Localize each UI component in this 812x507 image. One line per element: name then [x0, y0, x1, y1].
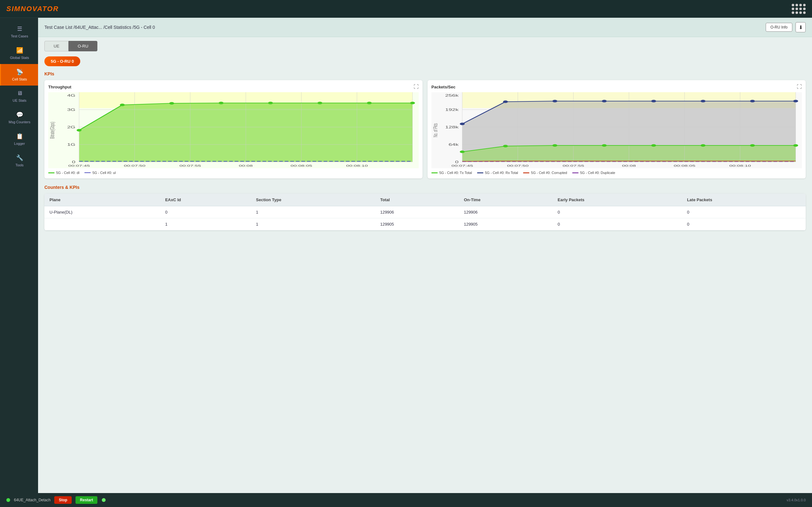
- topbar: SIMNOVATOR: [0, 0, 812, 18]
- legend-dl-label: 5G - Cell #0: dl: [56, 171, 79, 175]
- packets-chart-svg-wrap: 0 64k 128k 192k 256k No. of Pkts 00:07:4…: [432, 92, 802, 168]
- svg-point-59: [553, 144, 558, 147]
- svg-point-61: [651, 144, 656, 147]
- sidebar: ☰ Test Cases 📶 Global Stats 📡 Cell Stats…: [0, 18, 38, 493]
- list-icon: ☰: [17, 25, 22, 32]
- col-eaxc: EAxC Id: [160, 193, 251, 206]
- svg-point-63: [750, 144, 755, 147]
- throughput-expand-icon[interactable]: ⛶: [414, 84, 419, 90]
- sidebar-item-label: UE Stats: [13, 99, 26, 102]
- version-label: v3.4.0v1.0.0: [786, 498, 806, 502]
- svg-text:3G: 3G: [67, 108, 75, 112]
- legend-rx: 5G - Cell #0: Rx Total: [477, 171, 518, 175]
- svg-point-20: [367, 102, 372, 104]
- legend-tx-color: [432, 172, 438, 173]
- cell-total-1: 129905: [375, 218, 459, 230]
- breadcrumb-bar: Test Case List /64UE_Attac... /Cell Stat…: [38, 18, 812, 37]
- svg-point-14: [77, 129, 82, 131]
- counters-table-wrap: Plane EAxC Id Section Type Total On-Time…: [44, 193, 806, 230]
- svg-text:00:07:50: 00:07:50: [507, 164, 528, 167]
- sidebar-item-global-stats[interactable]: 📶 Global Stats: [0, 43, 38, 64]
- legend-duplicate-label: 5G - Cell #0: Duplicate: [580, 171, 615, 175]
- kpis-section-title: KPIs: [44, 71, 806, 76]
- svg-text:00:08: 00:08: [622, 164, 636, 167]
- cell-eaxc-0: 0: [160, 206, 251, 218]
- throughput-chart-card: Throughput ⛶: [44, 80, 422, 178]
- svg-point-21: [410, 102, 415, 104]
- packets-expand-icon[interactable]: ⛶: [797, 84, 802, 90]
- oru-info-button[interactable]: O-RU Info: [766, 23, 792, 32]
- svg-text:192k: 192k: [445, 108, 459, 112]
- svg-point-17: [218, 102, 223, 104]
- svg-text:00:08:05: 00:08:05: [291, 164, 312, 167]
- sidebar-item-logger[interactable]: 📋 Logger: [0, 128, 38, 150]
- svg-text:00:08: 00:08: [239, 164, 253, 167]
- sidebar-item-label: Test Cases: [11, 34, 28, 38]
- cell-early-0: 0: [553, 206, 682, 218]
- restart-button[interactable]: Restart: [75, 496, 97, 504]
- sidebar-item-test-cases[interactable]: ☰ Test Cases: [0, 21, 38, 43]
- cell-eaxc-1: 1: [160, 218, 251, 230]
- logger-icon: 📋: [16, 133, 23, 140]
- oru-selector-button[interactable]: 5G - O-RU 0: [44, 56, 80, 66]
- stop-button[interactable]: Stop: [54, 496, 72, 504]
- cell-plane-0: U-Plane(DL): [44, 206, 160, 218]
- svg-point-57: [460, 151, 465, 153]
- svg-text:64k: 64k: [449, 143, 459, 147]
- svg-point-56: [793, 100, 798, 102]
- status-indicator: [6, 498, 10, 502]
- packets-chart-card: Packets/Sec ⛶: [427, 80, 806, 178]
- svg-text:4G: 4G: [67, 94, 75, 97]
- table-row: U-Plane(DL) 0 1 129906 129906 0 0: [44, 206, 806, 218]
- col-total: Total: [375, 193, 459, 206]
- svg-point-62: [701, 144, 706, 147]
- packets-svg: 0 64k 128k 192k 256k No. of Pkts 00:07:4…: [432, 92, 802, 168]
- legend-rx-color: [477, 172, 484, 173]
- app-logo: SIMNOVATOR: [6, 5, 59, 13]
- packets-chart-title: Packets/Sec: [432, 84, 455, 89]
- sidebar-item-label: Tools: [15, 163, 24, 167]
- sidebar-item-cell-stats[interactable]: 📡 Cell Stats: [0, 64, 38, 86]
- download-button[interactable]: ⬇: [796, 22, 806, 32]
- cell-late-1: 0: [682, 218, 806, 230]
- sidebar-item-tools[interactable]: 🔧 Tools: [0, 150, 38, 171]
- sidebar-item-msg-counters[interactable]: 💬 Msg Counters: [0, 107, 38, 128]
- throughput-legend: 5G - Cell #0: dl 5G - Cell #0: ul: [48, 171, 419, 175]
- legend-duplicate-color: [572, 172, 578, 173]
- table-header-row: Plane EAxC Id Section Type Total On-Time…: [44, 193, 806, 206]
- counters-section: Counters & KPIs Plane EAxC Id Section Ty…: [44, 185, 806, 230]
- cell-late-0: 0: [682, 206, 806, 218]
- legend-dl-color: [48, 172, 55, 173]
- svg-text:No. of Pkts: No. of Pkts: [432, 123, 439, 137]
- svg-point-49: [460, 123, 465, 125]
- cell-total-0: 129906: [375, 206, 459, 218]
- download-icon: ⬇: [799, 24, 803, 31]
- tab-oru[interactable]: O-RU: [68, 41, 97, 51]
- legend-dl: 5G - Cell #0: dl: [48, 171, 79, 175]
- throughput-svg: 0 1G 2G 3G 4G Bitrate(Gbps) 00:07:45 00:…: [48, 92, 419, 168]
- svg-text:128k: 128k: [445, 125, 459, 129]
- svg-text:00:07:55: 00:07:55: [563, 164, 584, 167]
- svg-text:00:08:05: 00:08:05: [674, 164, 695, 167]
- svg-text:00:07:45: 00:07:45: [68, 164, 90, 167]
- col-on-time: On-Time: [459, 193, 553, 206]
- cell-early-1: 0: [553, 218, 682, 230]
- sub-content: 5G - O-RU 0 KPIs Throughput ⛶: [38, 51, 812, 493]
- breadcrumb: Test Case List /64UE_Attac... /Cell Stat…: [44, 25, 155, 30]
- table-row: 1 1 129905 129905 0 0: [44, 218, 806, 230]
- svg-point-60: [602, 144, 607, 147]
- legend-ul: 5G - Cell #0: ul: [84, 171, 115, 175]
- sidebar-item-ue-stats[interactable]: 🖥 UE Stats: [0, 86, 38, 107]
- tab-ue[interactable]: UE: [44, 41, 68, 51]
- throughput-chart-svg-wrap: 0 1G 2G 3G 4G Bitrate(Gbps) 00:07:45 00:…: [48, 92, 419, 168]
- sidebar-item-label: Cell Stats: [12, 77, 27, 81]
- svg-point-55: [750, 100, 755, 102]
- counters-table: Plane EAxC Id Section Type Total On-Time…: [44, 193, 806, 230]
- legend-tx-label: 5G - Cell #0: Tx Total: [439, 171, 472, 175]
- svg-point-53: [651, 100, 656, 102]
- main-layout: ☰ Test Cases 📶 Global Stats 📡 Cell Stats…: [0, 18, 812, 493]
- status-left: 64UE_Attach_Detach Stop Restart: [6, 496, 106, 504]
- sidebar-item-label: Global Stats: [10, 56, 29, 60]
- legend-duplicate: 5G - Cell #0: Duplicate: [572, 171, 615, 175]
- svg-point-52: [602, 100, 607, 102]
